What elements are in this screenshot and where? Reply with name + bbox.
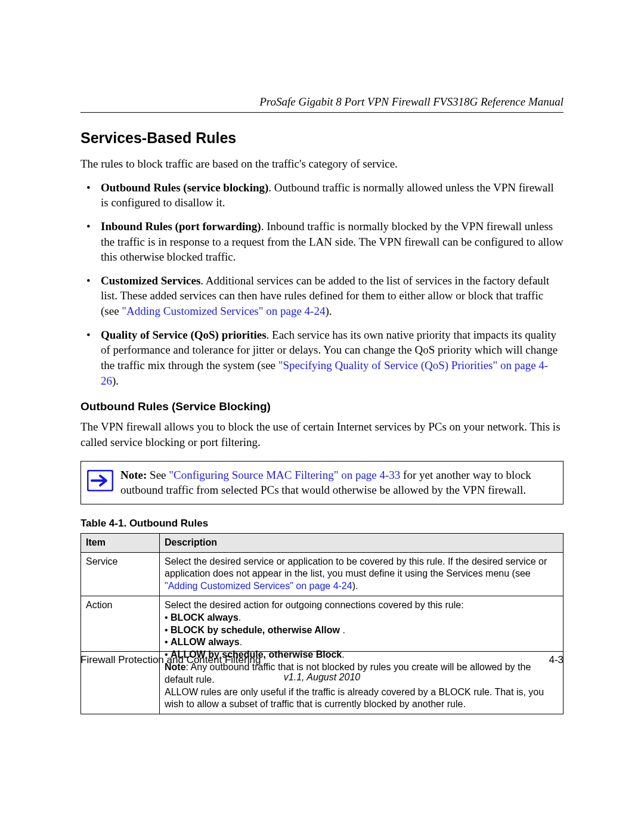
bullet-text-after: ). [325,305,332,317]
note-box: Note: See "Configuring Source MAC Filter… [80,461,564,504]
arrow-right-icon [87,470,113,491]
link-adding-customized-services[interactable]: "Adding Customized Services" on page 4-2… [165,581,352,591]
bullet-lead: Quality of Service (QoS) priorities [101,329,267,341]
bullet-lead: Inbound Rules (port forwarding) [101,220,261,233]
cell-item: Service [81,552,160,596]
cell-description: Select the desired service or applicatio… [160,552,564,596]
action-lead: Select the desired action for outgoing c… [165,599,558,612]
bullet-outbound: Outbound Rules (service blocking). Outbo… [80,180,564,210]
desc-text: Select the desired service or applicatio… [165,556,547,579]
outbound-rules-table: Item Description Service Select the desi… [80,533,564,714]
desc-text-after: ). [352,581,358,591]
subsection-heading: Outbound Rules (Service Blocking) [80,400,564,413]
bullet-list: Outbound Rules (service blocking). Outbo… [80,180,564,389]
link-adding-customized-services[interactable]: "Adding Customized Services" on page 4-2… [122,305,325,317]
page-footer: Firewall Protection and Content Filterin… [80,651,564,683]
action-tail: ALLOW rules are only useful if the traff… [165,686,558,711]
bullet-lead: Customized Services [101,274,200,287]
section-intro: The rules to block traffic are based on … [80,156,564,172]
table-row: Service Select the desired service or ap… [81,552,564,596]
footer-page-number: 4-3 [549,654,564,666]
running-header: ProSafe Gigabit 8 Port VPN Firewall FVS3… [80,95,564,113]
subsection-para: The VPN firewall allows you to block the… [80,419,564,450]
footer-left: Firewall Protection and Content Filterin… [80,654,261,666]
note-before-link: See [147,469,169,481]
list-item: BLOCK by schedule, otherwise Allow . [165,624,558,637]
note-text: Note: See "Configuring Source MAC Filter… [120,467,555,498]
bullet-text-after: ). [112,374,119,387]
document-page: ProSafe Gigabit 8 Port VPN Firewall FVS3… [0,0,644,833]
table-header-description: Description [160,533,564,552]
table-header-item: Item [81,533,160,552]
section-title: Services-Based Rules [80,129,564,147]
note-lead: Note: [120,469,147,481]
list-item: BLOCK always. [165,612,558,624]
link-source-mac-filtering[interactable]: "Configuring Source MAC Filtering" on pa… [169,469,400,481]
bullet-qos: Quality of Service (QoS) priorities. Eac… [80,327,564,389]
bullet-lead: Outbound Rules (service blocking) [101,181,268,194]
bullet-inbound: Inbound Rules (port forwarding). Inbound… [80,219,564,265]
list-item: ALLOW always. [165,636,558,649]
bullet-customized: Customized Services. Additional services… [80,273,564,319]
footer-version: v1.1, August 2010 [80,672,564,683]
table-caption: Table 4-1. Outbound Rules [80,518,564,529]
